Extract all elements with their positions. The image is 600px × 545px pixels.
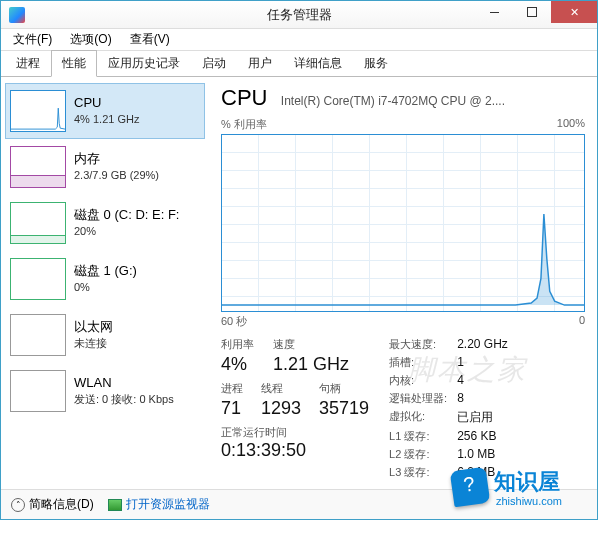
l3-value: 6.0 MB [457, 465, 508, 480]
wlan-mini-graph [10, 370, 66, 412]
handles-value: 35719 [319, 398, 369, 419]
menu-view[interactable]: 查看(V) [122, 29, 178, 50]
sidebar-cpu-stat: 4% 1.21 GHz [74, 112, 139, 126]
sidebar-disk1-label: 磁盘 1 (G:) [74, 263, 137, 280]
processes-value: 71 [221, 398, 243, 419]
chevron-up-icon: ˄ [11, 498, 25, 512]
l2-value: 1.0 MB [457, 447, 508, 462]
handles-label: 句柄 [319, 381, 369, 396]
sidebar-item-disk1[interactable]: 磁盘 1 (G:) 0% [5, 251, 205, 307]
fewer-details-label: 简略信息(D) [29, 496, 94, 513]
utilization-label: 利用率 [221, 337, 255, 352]
tab-performance[interactable]: 性能 [51, 50, 97, 77]
speed-label: 速度 [273, 337, 350, 352]
sidebar-item-memory[interactable]: 内存 2.3/7.9 GB (29%) [5, 139, 205, 195]
l1-label: L1 缓存: [389, 429, 447, 444]
minimize-button[interactable] [475, 1, 513, 23]
cores-label: 内核: [389, 373, 447, 388]
maximize-button[interactable] [513, 1, 551, 23]
sidebar-item-cpu[interactable]: CPU 4% 1.21 GHz [5, 83, 205, 139]
chart-x-left: 60 秒 [221, 314, 247, 329]
chart-y-label: % 利用率 [221, 117, 267, 132]
sidebar-disk1-stat: 0% [74, 280, 137, 294]
tab-app-history[interactable]: 应用历史记录 [97, 50, 191, 76]
speed-value: 1.21 GHz [273, 354, 350, 375]
status-bar: ˄ 简略信息(D) 打开资源监视器 [1, 489, 597, 519]
sidebar-memory-stat: 2.3/7.9 GB (29%) [74, 168, 159, 182]
cpu-mini-graph [10, 90, 66, 132]
close-button[interactable] [551, 1, 597, 23]
app-icon [9, 7, 25, 23]
window-title: 任务管理器 [267, 6, 332, 24]
l1-value: 256 KB [457, 429, 508, 444]
maxspeed-value: 2.20 GHz [457, 337, 508, 352]
l3-label: L3 缓存: [389, 465, 447, 480]
disk0-mini-graph [10, 202, 66, 244]
fewer-details-button[interactable]: ˄ 简略信息(D) [11, 496, 94, 513]
ethernet-mini-graph [10, 314, 66, 356]
tab-processes[interactable]: 进程 [5, 50, 51, 76]
threads-label: 线程 [261, 381, 301, 396]
sidebar-wlan-stat: 发送: 0 接收: 0 Kbps [74, 392, 174, 406]
tab-details[interactable]: 详细信息 [283, 50, 353, 76]
utilization-value: 4% [221, 354, 255, 375]
stats-grid: 利用率 速度 4% 1.21 GHz 进程 线程 句柄 71 1293 [221, 337, 585, 480]
chart-area: % 利用率 100% 60 秒 0 [221, 117, 585, 329]
processes-label: 进程 [221, 381, 243, 396]
menu-bar: 文件(F) 选项(O) 查看(V) [1, 29, 597, 51]
panel-title: CPU [221, 85, 267, 111]
resource-monitor-icon [108, 499, 122, 511]
menu-file[interactable]: 文件(F) [5, 29, 60, 50]
sidebar-item-ethernet[interactable]: 以太网 未连接 [5, 307, 205, 363]
window-controls [475, 1, 597, 23]
chart-x-right: 0 [579, 314, 585, 329]
sidebar-item-wlan[interactable]: WLAN 发送: 0 接收: 0 Kbps [5, 363, 205, 419]
logical-label: 逻辑处理器: [389, 391, 447, 406]
sidebar-cpu-label: CPU [74, 95, 139, 112]
logical-value: 8 [457, 391, 508, 406]
virt-value: 已启用 [457, 409, 508, 426]
main-panel: CPU Intel(R) Core(TM) i7-4702MQ CPU @ 2.… [209, 77, 597, 489]
sockets-label: 插槽: [389, 355, 447, 370]
maxspeed-label: 最大速度: [389, 337, 447, 352]
memory-mini-graph [10, 146, 66, 188]
open-resource-monitor-link[interactable]: 打开资源监视器 [108, 496, 210, 513]
sidebar-disk0-label: 磁盘 0 (C: D: E: F: [74, 207, 179, 224]
sidebar: CPU 4% 1.21 GHz 内存 2.3/7.9 GB (29%) 磁盘 0… [1, 77, 209, 489]
sidebar-disk0-stat: 20% [74, 224, 179, 238]
menu-options[interactable]: 选项(O) [62, 29, 119, 50]
titlebar[interactable]: 任务管理器 [1, 1, 597, 29]
sockets-value: 1 [457, 355, 508, 370]
disk1-mini-graph [10, 258, 66, 300]
tab-bar: 进程 性能 应用历史记录 启动 用户 详细信息 服务 [1, 51, 597, 77]
sidebar-item-disk0[interactable]: 磁盘 0 (C: D: E: F: 20% [5, 195, 205, 251]
cpu-utilization-chart[interactable] [221, 134, 585, 312]
uptime-label: 正常运行时间 [221, 425, 369, 440]
sidebar-ethernet-label: 以太网 [74, 319, 113, 336]
cpu-model: Intel(R) Core(TM) i7-4702MQ CPU @ 2.... [281, 94, 505, 108]
cores-value: 4 [457, 373, 508, 388]
open-resource-monitor-label: 打开资源监视器 [126, 496, 210, 513]
l2-label: L2 缓存: [389, 447, 447, 462]
sidebar-ethernet-stat: 未连接 [74, 336, 113, 350]
tab-services[interactable]: 服务 [353, 50, 399, 76]
sidebar-wlan-label: WLAN [74, 375, 174, 392]
uptime-value: 0:13:39:50 [221, 440, 369, 461]
threads-value: 1293 [261, 398, 301, 419]
content-area: CPU 4% 1.21 GHz 内存 2.3/7.9 GB (29%) 磁盘 0… [1, 77, 597, 489]
tab-users[interactable]: 用户 [237, 50, 283, 76]
sidebar-memory-label: 内存 [74, 151, 159, 168]
virt-label: 虚拟化: [389, 409, 447, 426]
task-manager-window: 任务管理器 文件(F) 选项(O) 查看(V) 进程 性能 应用历史记录 启动 … [0, 0, 598, 520]
tab-startup[interactable]: 启动 [191, 50, 237, 76]
chart-y-max: 100% [557, 117, 585, 132]
